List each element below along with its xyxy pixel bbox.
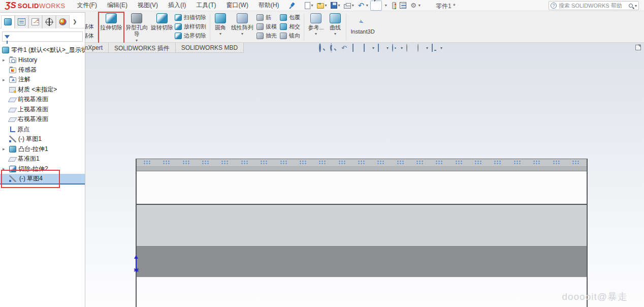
sketch-dimension-mark[interactable] <box>397 160 405 165</box>
panel-flyout-arrow-icon[interactable]: ❯ <box>73 19 77 24</box>
rib-button[interactable]: 筋 <box>256 14 277 21</box>
save-button[interactable]: ▾ <box>329 1 342 10</box>
apply-scene-button[interactable]: ▾ <box>417 44 428 52</box>
help-search-box[interactable]: ? 搜索 SOLIDWORKS 帮助 ▾ <box>549 1 639 10</box>
extruded-cut-button[interactable]: 拉伸切除 <box>100 12 123 42</box>
sketch-dimension-mark[interactable] <box>163 160 171 165</box>
menu-help[interactable]: 帮助(H) <box>254 0 284 11</box>
expand-arrow-icon[interactable]: ▸ <box>3 77 8 82</box>
view-orientation-button[interactable]: ▾ <box>378 44 389 52</box>
intersect-button[interactable]: 相交 <box>280 23 300 30</box>
chevron-down-icon[interactable]: ▾ <box>315 32 317 36</box>
chevron-down-icon[interactable]: ▾ <box>440 46 442 50</box>
sketch-dimension-mark[interactable] <box>416 160 424 165</box>
rollback-bar[interactable] <box>0 183 85 185</box>
tree-item-top-plane[interactable]: 上视基准面 <box>0 105 85 115</box>
fillet-button[interactable]: 圆角 ▾ <box>212 12 229 42</box>
tab-solidworks-mbd[interactable]: SOLIDWORKS MBD <box>176 43 244 53</box>
open-button[interactable]: ▾ <box>315 1 329 10</box>
propertymanager-tab[interactable] <box>15 15 28 28</box>
tree-root-part[interactable]: 零件1 (默认<<默认>_显示状态 <box>0 45 85 55</box>
menu-edit[interactable]: 编辑(E) <box>103 0 132 11</box>
draft-button[interactable]: 拔模 <box>256 23 277 30</box>
sketch-dimension-mark[interactable] <box>494 160 502 165</box>
sketch-dimension-mark[interactable] <box>318 160 327 165</box>
chevron-down-icon[interactable]: ▾ <box>385 3 387 8</box>
chevron-down-icon[interactable]: ▾ <box>426 46 428 50</box>
part-edge-band[interactable] <box>137 166 587 171</box>
expand-arrow-icon[interactable]: ▸ <box>3 57 8 63</box>
sketch-dimension-mark[interactable] <box>241 160 249 165</box>
expand-arrow-icon[interactable]: ▸ <box>3 166 8 171</box>
chevron-down-icon[interactable]: ▾ <box>334 32 336 36</box>
select-dropdown[interactable]: ▾ <box>382 2 389 9</box>
search-input[interactable]: 搜索 SOLIDWORKS 帮助 <box>559 2 629 10</box>
print-button[interactable]: ▾ <box>342 2 356 10</box>
part-model[interactable] <box>136 159 588 307</box>
linear-pattern-button[interactable]: 线性阵列 ▾ <box>229 12 255 42</box>
menu-insert[interactable]: 插入(I) <box>164 0 190 11</box>
menu-file[interactable]: 文件(F) <box>73 0 102 11</box>
tree-item-right-plane[interactable]: 右视基准面 <box>0 114 85 125</box>
tree-item-sketch1[interactable]: (-) 草图1 <box>0 134 85 144</box>
rebuild-button[interactable] <box>389 1 398 10</box>
tree-item-history[interactable]: ▸ History <box>0 55 85 65</box>
part-gray-band[interactable] <box>137 205 587 247</box>
edit-appearance-button[interactable] <box>406 44 414 52</box>
zoom-to-area-button[interactable] <box>330 44 338 52</box>
chevron-down-icon[interactable]: ▾ <box>338 3 340 8</box>
tree-item-annotations[interactable]: ▸ 注解 <box>0 75 85 85</box>
tree-item-sketch4[interactable]: (-) 草图4 <box>0 174 85 184</box>
chevron-down-icon[interactable]: ▾ <box>325 3 327 8</box>
expand-viewport-icon[interactable] <box>635 45 641 50</box>
search-icon[interactable] <box>629 4 633 8</box>
sketch-dimension-mark[interactable] <box>553 160 561 165</box>
displaymanager-tab[interactable] <box>56 15 70 28</box>
menu-view[interactable]: 视图(V) <box>133 0 163 11</box>
revolved-cut-button[interactable]: 旋转切除 <box>150 12 174 42</box>
chevron-down-icon[interactable]: ▾ <box>418 3 421 8</box>
configurationmanager-tab[interactable] <box>28 15 42 28</box>
tree-item-plane1[interactable]: 基准面1 <box>0 154 85 164</box>
tree-item-material[interactable]: 材质 <未指定> <box>0 85 85 95</box>
chevron-down-icon[interactable]: ▾ <box>372 46 374 50</box>
lofted-cut-button[interactable]: 放样切割 <box>175 23 206 30</box>
previous-view-button[interactable]: ↶ <box>341 44 349 52</box>
sketch-dimension-mark[interactable] <box>377 160 385 165</box>
part-top-face[interactable] <box>137 159 587 166</box>
part-dark-band[interactable] <box>137 247 587 277</box>
options-button[interactable]: ⚙▾ <box>408 1 422 10</box>
mirror-button[interactable]: 镜向 <box>280 32 300 40</box>
sketch-display-button[interactable]: ▾ <box>364 44 374 52</box>
sketch-dimension-mark[interactable] <box>280 160 288 165</box>
view-settings-button[interactable]: ▾ <box>432 44 442 52</box>
sketch-dimension-mark[interactable] <box>474 160 482 165</box>
chevron-down-icon[interactable]: ▾ <box>352 3 354 8</box>
tree-item-origin[interactable]: 原点 <box>0 125 85 135</box>
chevron-down-icon[interactable]: ▾ <box>635 4 637 8</box>
chevron-down-icon[interactable]: ▾ <box>401 46 403 50</box>
boundary-cut-button[interactable]: 边界切除 <box>175 32 206 40</box>
tab-solidworks-addins[interactable]: SOLIDWORKS 插件 <box>109 43 176 53</box>
chevron-down-icon[interactable]: ▾ <box>366 3 368 8</box>
reference-geometry-button[interactable]: 参考... ▾ <box>306 12 326 42</box>
instant3d-button[interactable]: Instant3D <box>348 12 377 42</box>
menu-tools[interactable]: 工具(T) <box>191 0 220 11</box>
sketch-dimension-arrow[interactable]: ✱ <box>133 255 139 273</box>
sketch-dimension-mark[interactable] <box>299 160 307 165</box>
chevron-down-icon[interactable]: ▾ <box>241 32 243 36</box>
dimxpertmanager-tab[interactable] <box>42 15 56 28</box>
display-style-button[interactable]: ▾ <box>392 44 403 52</box>
zoom-to-fit-button[interactable] <box>319 44 327 52</box>
expand-arrow-icon[interactable]: ▸ <box>3 146 8 151</box>
sketch-dimension-mark[interactable] <box>143 160 151 165</box>
tree-item-front-plane[interactable]: 前视基准面 <box>0 95 85 105</box>
file-properties-button[interactable] <box>398 1 408 10</box>
hole-wizard-button[interactable]: 异型孔向导 ▾ <box>123 12 150 42</box>
chevron-down-icon[interactable]: ▾ <box>136 38 138 43</box>
swept-cut-button[interactable]: 扫描切除 <box>175 14 206 21</box>
curves-button[interactable]: 曲线 ▾ <box>326 12 344 42</box>
sketch-dimension-mark[interactable] <box>572 160 580 165</box>
chevron-down-icon[interactable]: ▾ <box>219 32 221 36</box>
shell-button[interactable]: 抽壳 <box>256 32 277 40</box>
